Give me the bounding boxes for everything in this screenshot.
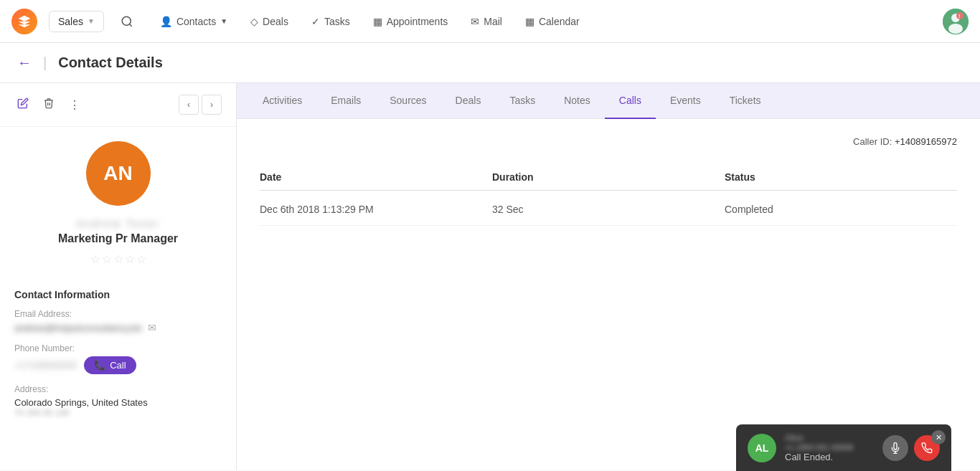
delete-icon[interactable]: [40, 95, 57, 115]
email-label: Email Address:: [14, 309, 222, 319]
nav-item-deals[interactable]: ◇ Deals: [240, 10, 298, 33]
chevron-down-icon: ▼: [88, 17, 95, 25]
calls-content: Caller ID: +14089165972 Date Duration St…: [237, 119, 980, 470]
cell-date: Dec 6th 2018 1:13:29 PM: [260, 204, 492, 215]
tab-notes[interactable]: Notes: [550, 83, 605, 119]
phone-label: Phone Number:: [14, 343, 222, 353]
email-icon: ✉: [148, 322, 156, 333]
mail-icon: ✉: [471, 16, 479, 27]
main-layout: ⋮ ‹ › AN Andrew Toner Marketing Pr Manag…: [0, 83, 980, 470]
address-field: Address: Colorado Springs, United States…: [14, 384, 222, 418]
address-label: Address:: [14, 384, 222, 394]
col-duration: Duration: [492, 171, 725, 183]
nav-item-contacts[interactable]: 👤 Contacts ▼: [150, 10, 237, 33]
calls-table: Date Duration Status Dec 6th 2018 1:13:2…: [260, 164, 957, 226]
mute-button[interactable]: [882, 435, 908, 461]
top-navigation: Sales ▼ 👤 Contacts ▼ ◇ Deals ✓ Tasks ▦ A…: [0, 0, 980, 43]
phone-number: +17168000000: [14, 360, 77, 371]
calendar-icon: ▦: [525, 16, 534, 27]
contact-title: Marketing Pr Manager: [58, 232, 178, 245]
contact-info-section: Contact Information Email Address: andre…: [0, 277, 236, 439]
svg-point-3: [948, 24, 963, 34]
contact-name: Andrew Toner: [76, 217, 159, 229]
contact-info-title: Contact Information: [14, 289, 222, 300]
col-status: Status: [725, 171, 957, 183]
caller-id-value: +14089165972: [895, 136, 957, 147]
next-button[interactable]: ›: [202, 95, 222, 115]
prev-button[interactable]: ‹: [179, 95, 199, 115]
tab-sources[interactable]: Sources: [375, 83, 440, 119]
call-ended-popup: ✕ AL Alice +1 1894 001 00008 Call Ended.: [736, 424, 951, 470]
nav-deals-label: Deals: [263, 16, 288, 27]
nav-item-calendar[interactable]: ▦ Calendar: [515, 10, 590, 33]
panel-actions: ⋮ ‹ ›: [0, 83, 236, 127]
tab-deals[interactable]: Deals: [441, 83, 496, 119]
phone-row: +17168000000 📞 Call: [14, 356, 222, 374]
caller-name: Alice: [785, 433, 874, 443]
caller-id-row: Caller ID: +14089165972: [260, 136, 957, 147]
tabs-bar: Activities Emails Sources Deals Tasks No…: [237, 83, 980, 119]
nav-tasks-label: Tasks: [324, 16, 350, 27]
table-row: Dec 6th 2018 1:13:29 PM 32 Sec Completed: [260, 194, 957, 226]
address-sub: 70 200 00 100: [14, 408, 222, 418]
left-panel: ⋮ ‹ › AN Andrew Toner Marketing Pr Manag…: [0, 83, 237, 470]
call-button[interactable]: 📞 Call: [84, 356, 136, 374]
email-text: andrew@hotpotconsultancy.be: [14, 323, 142, 333]
call-label: Call: [110, 360, 126, 371]
cell-status: Completed: [725, 204, 957, 215]
tab-events[interactable]: Events: [656, 83, 715, 119]
email-field: Email Address: andrew@hotpotconsultancy.…: [14, 309, 222, 333]
caller-id-label: Caller ID: +14089165972: [853, 136, 957, 147]
call-info: Alice +1 1894 001 00008 Call Ended.: [785, 433, 874, 462]
chevron-down-icon: ▼: [220, 17, 227, 25]
contact-profile: AN Andrew Toner Marketing Pr Manager ☆ ☆…: [0, 127, 236, 277]
deals-icon: ◇: [250, 16, 258, 27]
svg-point-0: [122, 16, 131, 25]
nav-mail-label: Mail: [484, 16, 502, 27]
sales-dropdown-button[interactable]: Sales ▼: [49, 11, 104, 32]
tab-tickets[interactable]: Tickets: [715, 83, 776, 119]
nav-arrows: ‹ ›: [179, 95, 222, 115]
page-title: Contact Details: [58, 54, 163, 71]
star-rating[interactable]: ☆ ☆ ☆ ☆ ☆: [90, 252, 146, 266]
right-panel: Activities Emails Sources Deals Tasks No…: [237, 83, 980, 470]
nav-item-mail[interactable]: ✉ Mail: [461, 10, 512, 33]
sales-label: Sales: [58, 16, 83, 27]
avatar: AN: [86, 141, 151, 206]
search-button[interactable]: [116, 10, 138, 33]
nav-items: 👤 Contacts ▼ ◇ Deals ✓ Tasks ▦ Appointme…: [150, 10, 937, 33]
nav-item-appointments[interactable]: ▦ Appointments: [363, 10, 458, 33]
address-value: Colorado Springs, United States: [14, 397, 222, 408]
nav-contacts-label: Contacts: [176, 16, 216, 27]
call-status-text: Call Ended.: [785, 452, 874, 462]
nav-appointments-label: Appointments: [387, 16, 448, 27]
phone-field: Phone Number: +17168000000 📞 Call: [14, 343, 222, 374]
popup-close-button[interactable]: ✕: [931, 430, 946, 444]
tasks-icon: ✓: [311, 16, 320, 27]
app-logo[interactable]: [11, 9, 37, 34]
edit-icon[interactable]: [14, 95, 32, 115]
tab-tasks[interactable]: Tasks: [495, 83, 550, 119]
call-avatar: AL: [748, 434, 776, 462]
email-value: andrew@hotpotconsultancy.be ✉: [14, 322, 222, 333]
cell-duration: 32 Sec: [492, 204, 725, 215]
appointments-icon: ▦: [373, 16, 382, 27]
page-header: ← | Contact Details: [0, 43, 980, 83]
tab-emails[interactable]: Emails: [316, 83, 375, 119]
table-header: Date Duration Status: [260, 164, 957, 191]
header-divider: |: [43, 54, 47, 71]
back-button[interactable]: ←: [17, 54, 32, 71]
col-date: Date: [260, 171, 492, 183]
more-options-icon[interactable]: ⋮: [66, 95, 83, 115]
user-avatar[interactable]: !: [943, 9, 969, 34]
phone-icon: 📞: [94, 360, 105, 371]
svg-text:!: !: [958, 14, 960, 19]
tab-activities[interactable]: Activities: [248, 83, 316, 119]
caller-number: +1 1894 001 00008: [785, 443, 874, 452]
tab-calls[interactable]: Calls: [605, 83, 656, 119]
nav-calendar-label: Calendar: [539, 16, 580, 27]
contact-icon: 👤: [160, 16, 172, 27]
nav-item-tasks[interactable]: ✓ Tasks: [301, 10, 360, 33]
